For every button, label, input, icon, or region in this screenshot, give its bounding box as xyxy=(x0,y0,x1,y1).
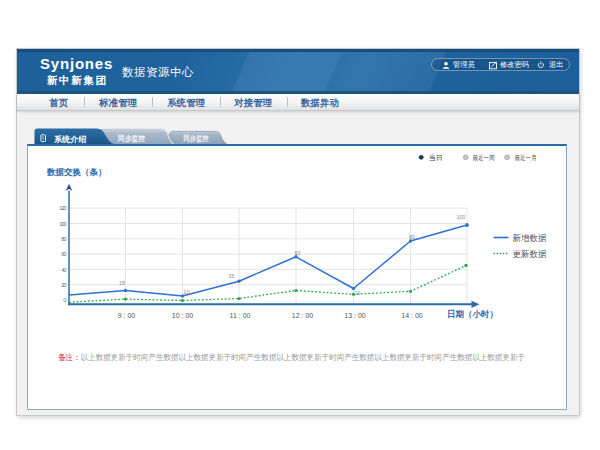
svg-text:40: 40 xyxy=(61,267,67,273)
svg-text:日期（小时）: 日期（小时） xyxy=(447,309,498,319)
svg-text:18: 18 xyxy=(119,280,125,286)
svg-text:9 : 00: 9 : 00 xyxy=(118,312,136,319)
svg-text:10: 10 xyxy=(355,290,361,296)
svg-text:最近一周: 最近一周 xyxy=(473,154,495,161)
svg-text:11 : 00: 11 : 00 xyxy=(230,312,251,319)
svg-text:备注：以上数据更新于时间产生数据以上数据更新于时间产生数据以: 备注：以上数据更新于时间产生数据以上数据更新于时间产生数据以上数据更新于时间产生… xyxy=(58,353,525,362)
svg-text:60: 60 xyxy=(61,251,67,257)
svg-text:100: 100 xyxy=(59,221,67,227)
svg-text:120: 120 xyxy=(59,205,67,211)
svg-text:新增数据: 新增数据 xyxy=(513,233,548,243)
svg-text:80: 80 xyxy=(61,236,67,242)
svg-text:10: 10 xyxy=(184,289,190,295)
svg-text:当日: 当日 xyxy=(429,154,443,162)
svg-text:60: 60 xyxy=(295,250,301,256)
svg-text:14 : 00: 14 : 00 xyxy=(401,312,423,319)
svg-text:更新数据: 更新数据 xyxy=(513,249,548,259)
svg-text:10 : 00: 10 : 00 xyxy=(172,312,194,319)
svg-text:0: 0 xyxy=(63,297,67,303)
svg-text:100: 100 xyxy=(457,214,466,220)
svg-text:同步监控: 同步监控 xyxy=(118,134,145,143)
svg-text:系统介绍: 系统介绍 xyxy=(53,134,86,144)
svg-text:数据交换（条）: 数据交换（条） xyxy=(46,167,107,177)
svg-text:35: 35 xyxy=(229,273,235,279)
svg-text:80: 80 xyxy=(409,234,415,240)
svg-text:12 : 00: 12 : 00 xyxy=(292,312,314,319)
svg-text:20: 20 xyxy=(61,282,67,288)
svg-text:最近一月: 最近一月 xyxy=(515,154,537,162)
svg-text:13 : 00: 13 : 00 xyxy=(344,312,366,319)
svg-text:同步监控: 同步监控 xyxy=(184,134,209,143)
